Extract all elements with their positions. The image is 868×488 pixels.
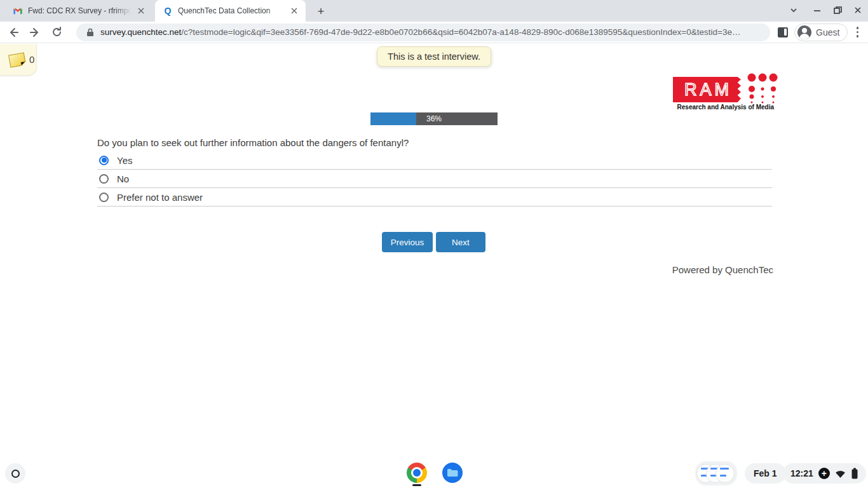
url-domain: survey.quenchtec.net [100,27,181,37]
window-switcher-button[interactable] [695,461,737,485]
profile-button[interactable]: Guest [794,24,848,41]
next-button[interactable]: Next [436,232,485,252]
launcher-icon [11,470,20,478]
survey-nav-buttons: Previous Next [382,232,485,252]
quenchtec-icon: Q [163,6,173,16]
chrome-active-indicator [412,484,421,486]
side-panel-icon[interactable] [778,27,788,37]
notification-plus-icon: + [818,468,830,479]
battery-icon [851,468,858,479]
ram-logo-dots [747,72,778,106]
launcher-button[interactable] [5,463,25,484]
tab-close-icon[interactable] [289,6,299,16]
radio-button[interactable] [99,156,109,165]
window-thumbnail [715,464,735,483]
tab-title: Fwd: CDC RX Survey - rfrimpong [28,6,133,15]
gmail-icon [13,6,23,16]
url-path: /c?testmode=logic&qif=3ee3356f-769d-47de… [181,27,740,37]
test-notes-widget[interactable]: 0 [0,44,37,76]
profile-label: Guest [816,27,839,37]
radio-button[interactable] [99,193,109,202]
question-text: Do you plan to seek out further informat… [97,137,409,148]
chrome-app-icon[interactable] [407,463,427,483]
avatar [797,25,811,39]
tab-close-icon[interactable] [136,6,146,16]
option-label: Prefer not to answer [117,192,203,203]
window-chevron-down-icon[interactable] [787,3,801,17]
previous-button[interactable]: Previous [382,232,433,252]
notes-count: 0 [29,54,34,65]
option-prefer-not[interactable]: Prefer not to answer [97,188,772,207]
browser-toolbar: survey.quenchtec.net/c?testmode=logic&qi… [0,22,868,43]
answer-options: Yes No Prefer not to answer [97,151,772,207]
status-tray[interactable]: 12:21 + [783,463,866,484]
back-button[interactable] [5,24,22,41]
survey-page: 0 This is a test interview. RAM Research… [0,44,868,459]
url-text: survey.quenchtec.net/c?testmode=logic&qi… [100,27,740,37]
forward-button[interactable] [27,24,43,41]
ram-logo-text: RAM [682,81,732,98]
progress-bar: 36% [370,112,498,125]
browser-menu-button[interactable] [851,24,863,41]
files-app-icon[interactable] [442,463,463,483]
progress-label: 36% [370,112,498,125]
folder-icon [447,468,458,477]
reload-button[interactable] [48,24,65,41]
tab-gmail[interactable]: Fwd: CDC RX Survey - rfrimpong [5,0,153,22]
new-tab-button[interactable]: + [313,3,329,20]
tab-strip: Fwd: CDC RX Survey - rfrimpong Q QuenchT… [0,0,868,22]
ram-logo: RAM Research and Analysis of Media [667,72,778,111]
option-no[interactable]: No [97,170,772,188]
sticky-note-icon [6,50,28,70]
clock: 12:21 [790,468,813,478]
chromeos-shelf: Feb 1 12:21 + [0,459,868,488]
radio-button[interactable] [99,174,109,184]
date-button[interactable]: Feb 1 [745,463,786,484]
window-close-button[interactable] [851,3,865,17]
option-label: No [117,173,129,184]
lock-icon[interactable] [86,28,94,37]
option-label: Yes [117,155,132,166]
window-restore-button[interactable] [831,3,844,17]
tab-quenchtec[interactable]: Q QuenchTec Data Collection [155,0,306,22]
address-bar[interactable]: survey.quenchtec.net/c?testmode=logic&qi… [76,24,770,41]
test-interview-banner: This is a test interview. [377,46,491,67]
ram-logo-box: RAM [673,77,741,102]
option-yes[interactable]: Yes [97,151,772,170]
wifi-icon [835,469,846,478]
window-minimize-button[interactable] [810,3,824,17]
powered-by-text: Powered by QuenchTec [672,264,773,275]
tab-title: QuenchTec Data Collection [178,6,287,15]
ram-tagline: Research and Analysis of Media [667,104,774,111]
